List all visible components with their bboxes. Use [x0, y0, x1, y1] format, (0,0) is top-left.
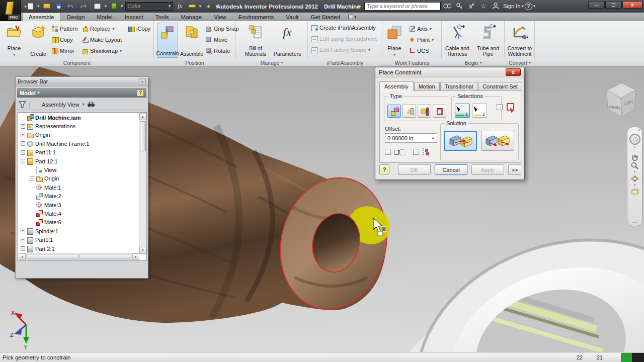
tab-manage[interactable]: Manage	[175, 13, 208, 21]
ucs-button[interactable]: UCS	[408, 45, 435, 56]
look-at-button[interactable]	[630, 188, 639, 196]
close-button[interactable]: x	[622, 1, 642, 9]
redo-button[interactable]	[78, 2, 88, 11]
mirror-button[interactable]: Mirror	[50, 45, 79, 56]
measure-button[interactable]	[187, 2, 197, 11]
update-dropdown-icon[interactable]: ▾	[121, 4, 123, 9]
assembly-view-caret-icon[interactable]: ▾	[82, 102, 84, 107]
tree-vertical-scrollbar[interactable]: ▴ ▾	[139, 113, 146, 254]
tree-item[interactable]: View:	[19, 165, 139, 174]
parameters-big-button[interactable]: fx Parameters	[272, 23, 303, 58]
manage-panel-label[interactable]: Manage▾	[235, 59, 308, 66]
work-features-panel-label[interactable]: Work Features	[382, 59, 442, 66]
scroll-right-icon[interactable]: ▸	[132, 253, 139, 260]
tube-pipe-button[interactable]: Tube and Pipe	[473, 23, 503, 58]
tree-item[interactable]: Mate:3	[19, 201, 139, 209]
expand-dialog-button[interactable]: >>	[508, 164, 521, 175]
move-button[interactable]: Move	[204, 34, 240, 45]
new-dropdown-icon[interactable]: ▾	[37, 4, 40, 9]
tree-expander[interactable]: +	[21, 246, 25, 251]
undo-button[interactable]	[66, 2, 76, 11]
scroll-up-icon[interactable]: ▴	[139, 113, 146, 120]
save-button[interactable]	[54, 2, 64, 11]
position-panel-label[interactable]: Position	[154, 59, 235, 66]
minimize-button[interactable]: —	[588, 1, 605, 9]
place-button[interactable]: Place ▾	[2, 23, 26, 58]
tree-expander[interactable]: +	[30, 176, 34, 181]
tree-item[interactable]: +Origin	[19, 131, 139, 139]
axis-button[interactable]: Axis▾	[408, 23, 435, 34]
tab-inspect[interactable]: Inspect	[119, 13, 149, 21]
scroll-down-icon[interactable]: ▾	[139, 247, 146, 254]
dialog-close-button[interactable]: x	[506, 68, 521, 76]
tree-item[interactable]: +Spindle:1	[19, 227, 139, 235]
sketch-view-button[interactable]	[93, 2, 103, 11]
assemble-button[interactable]: Assemble	[180, 23, 203, 58]
update-button[interactable]	[109, 2, 119, 11]
grip-snap-button[interactable]: Grip Snap	[204, 23, 240, 34]
subscription-key-icon[interactable]	[454, 2, 465, 11]
point-button[interactable]: Point▾	[408, 34, 435, 45]
search-toggle-icon[interactable]: ▶	[358, 4, 363, 9]
color-combo[interactable]: Color ▾	[125, 2, 173, 11]
navbar-close-icon[interactable]: x	[638, 128, 640, 132]
tab-assemble[interactable]: Assemble	[22, 13, 61, 21]
scrollbar-thumb[interactable]	[140, 121, 146, 151]
help-icon[interactable]: ?	[525, 3, 532, 10]
pick-part-first-checkbox[interactable]	[497, 104, 503, 110]
tangent-type-button[interactable]	[418, 105, 431, 118]
parameters-button[interactable]: fx	[175, 2, 185, 11]
tab-view[interactable]: View	[208, 13, 232, 21]
make-layout-button[interactable]: Make Layout	[80, 34, 123, 45]
sign-in-button[interactable]: Sign In	[503, 3, 520, 9]
show-preview-checkbox[interactable]	[385, 149, 391, 155]
tree-expander[interactable]: +	[21, 141, 25, 146]
tab-design[interactable]: Design	[61, 13, 91, 21]
icopy-button[interactable]: iCopy	[127, 23, 152, 34]
angle-type-button[interactable]	[403, 105, 416, 118]
browser-help-icon[interactable]: ?	[137, 89, 144, 97]
second-selection-button[interactable]: 2	[472, 104, 487, 118]
first-selection-button[interactable]: 1	[455, 104, 470, 118]
tree-item[interactable]: −Part 12:1	[19, 157, 139, 165]
flush-solution-button[interactable]	[481, 131, 514, 151]
new-file-button[interactable]	[25, 2, 35, 11]
tree-expander[interactable]: +	[21, 133, 25, 137]
rotate-button[interactable]: Rotate	[204, 45, 240, 56]
restore-button[interactable]	[605, 1, 622, 9]
tree-item[interactable]: +Part1:1	[19, 235, 139, 244]
tree-item[interactable]: Mate:6	[19, 218, 139, 227]
tree-expander[interactable]: +	[21, 150, 25, 155]
tab-model[interactable]: Model	[91, 13, 118, 21]
create-button[interactable]: Create	[26, 23, 50, 58]
application-menu-button[interactable]: PRO ▾	[0, 0, 21, 21]
tree-item[interactable]: +Representations	[19, 122, 139, 130]
mate-type-button[interactable]	[387, 105, 401, 118]
scroll-left-icon[interactable]: ◂	[19, 253, 26, 260]
mate-solution-button[interactable]	[444, 131, 477, 151]
pan-button[interactable]	[630, 153, 639, 161]
dialog-title-bar[interactable]: Place Constraint x	[375, 67, 524, 77]
help-dropdown-icon[interactable]: ▾	[533, 4, 536, 9]
measure-dropdown-icon[interactable]: ▾	[199, 4, 202, 9]
shrinkwrap-button[interactable]: Shrinkwrap▾	[80, 45, 123, 56]
tree-item[interactable]: +Drill Machine Frame:1	[19, 139, 139, 148]
browser-model-header[interactable]: Model ▾ ?	[17, 88, 146, 98]
search-input[interactable]	[364, 2, 441, 11]
tree-expander[interactable]: −	[21, 159, 25, 163]
tree-item[interactable]: +Origin	[19, 174, 139, 183]
tab-vault[interactable]: Vault	[280, 13, 304, 21]
filter-icon[interactable]	[19, 101, 26, 108]
tab-get-started[interactable]: Get Started	[305, 13, 347, 21]
tree-expander[interactable]: +	[21, 238, 25, 242]
tree-item[interactable]: Mate:4	[19, 209, 139, 218]
ribbon-display-toggle[interactable]: ▾	[346, 13, 358, 21]
tree-horizontal-scrollbar[interactable]: ◂ ≡ ▸	[19, 253, 139, 260]
tab-constraint-set[interactable]: Constraint Set	[478, 82, 522, 90]
chrome-part[interactable]	[366, 202, 644, 352]
replace-button[interactable]: Replace▾	[80, 23, 123, 34]
create-ipart-button[interactable]: Create iPart/iAssembly	[310, 22, 378, 33]
convert-weldment-button[interactable]: Convert to Weldment	[505, 23, 534, 58]
find-binoculars-icon[interactable]	[87, 101, 95, 108]
tab-environments[interactable]: Environments	[232, 13, 280, 21]
